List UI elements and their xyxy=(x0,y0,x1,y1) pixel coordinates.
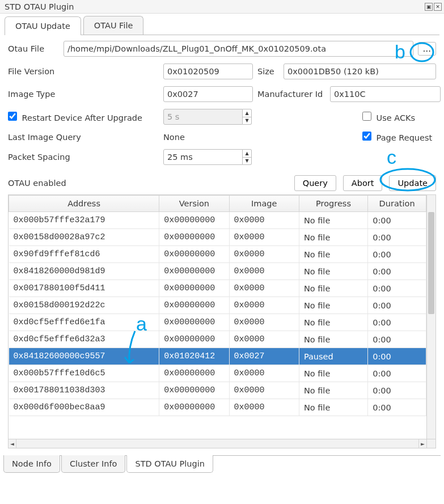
use-acks-wrap: Use ACKs xyxy=(362,112,436,122)
file-version-input[interactable] xyxy=(163,63,253,79)
table-row[interactable]: 0x000b57fffe10d6c50x000000000x0000No fil… xyxy=(9,365,426,382)
table-row[interactable]: 0x00158d00028a97c20x000000000x0000No fil… xyxy=(9,229,426,246)
devices-table[interactable]: Address Version Image Progress Duration … xyxy=(9,195,426,416)
scroll-right-icon[interactable]: ► xyxy=(418,439,426,448)
cell-version: 0x00000000 xyxy=(159,314,229,331)
col-address[interactable]: Address xyxy=(9,196,159,212)
cell-progress: Paused xyxy=(299,348,367,365)
restart-label-wrap: Restart Device After Upgrade xyxy=(8,112,159,122)
scroll-corner xyxy=(426,439,435,448)
table-row[interactable]: 0x84182600000c95570x010204120x0027Paused… xyxy=(9,348,426,365)
abort-button[interactable]: Abort xyxy=(343,175,383,191)
manufacturer-id-label: Manufacturer Id xyxy=(257,90,325,99)
cell-address: 0x000b57fffe10d6c5 xyxy=(9,365,159,382)
scroll-left-icon[interactable]: ◄ xyxy=(9,439,16,448)
cell-version: 0x00000000 xyxy=(159,382,229,399)
cell-duration: 0:00 xyxy=(368,399,426,416)
cell-address: 0xd0cf5efffed6e1fa xyxy=(9,314,159,331)
size-label: Size xyxy=(257,67,279,76)
packet-spacing-input[interactable] xyxy=(163,149,243,165)
table-row[interactable]: 0x000b57fffe32a1790x000000000x0000No fil… xyxy=(9,212,426,229)
btab-std-otau-plugin[interactable]: STD OTAU Plugin xyxy=(126,455,213,473)
use-acks-label: Use ACKs xyxy=(377,113,416,122)
window-titlebar: STD OTAU Plugin ▣ ✕ xyxy=(0,0,444,14)
table-row[interactable]: 0xd0cf5efffe6d32a30x000000000x0000No fil… xyxy=(9,331,426,348)
page-request-label: Page Request xyxy=(377,133,433,142)
file-version-label: File Version xyxy=(8,67,159,76)
cell-progress: No file xyxy=(299,246,367,263)
table-row[interactable]: 0x90fd9fffef81cd60x000000000x0000No file… xyxy=(9,246,426,263)
cell-address: 0xd0cf5efffe6d32a3 xyxy=(9,331,159,348)
otau-file-label: Otau File xyxy=(8,44,59,53)
otau-enabled-label: OTAU enabled xyxy=(8,179,66,188)
table-row[interactable]: 0x0017880100f5d4110x000000000x0000No fil… xyxy=(9,280,426,297)
col-duration[interactable]: Duration xyxy=(368,196,426,212)
col-version[interactable]: Version xyxy=(159,196,229,212)
cell-version: 0x00000000 xyxy=(159,331,229,348)
page-request-wrap: Page Request xyxy=(362,132,436,142)
update-button[interactable]: Update xyxy=(389,175,436,191)
tabs-top: OTAU Update OTAU File xyxy=(5,16,439,35)
cell-address: 0x00158d000192d22c xyxy=(9,297,159,314)
cell-duration: 0:00 xyxy=(368,229,426,246)
cell-version: 0x00000000 xyxy=(159,263,229,280)
cell-address: 0x84182600000c9557 xyxy=(9,348,159,365)
cell-address: 0x000b57fffe32a179 xyxy=(9,212,159,229)
cell-address: 0x8418260000d981d9 xyxy=(9,263,159,280)
cell-duration: 0:00 xyxy=(368,297,426,314)
otau-file-input[interactable] xyxy=(64,41,413,57)
cell-version: 0x01020412 xyxy=(159,348,229,365)
cell-duration: 0:00 xyxy=(368,348,426,365)
cell-version: 0x00000000 xyxy=(159,297,229,314)
table-row[interactable]: 0x001788011038d3030x000000000x0000No fil… xyxy=(9,382,426,399)
restart-delay-spinner[interactable]: ▲▼ xyxy=(243,109,252,125)
cell-version: 0x00000000 xyxy=(159,399,229,416)
image-type-label: Image Type xyxy=(8,90,159,99)
cell-image: 0x0000 xyxy=(229,331,299,348)
table-row[interactable]: 0xd0cf5efffed6e1fa0x000000000x0000No fil… xyxy=(9,314,426,331)
cell-address: 0x00158d00028a97c2 xyxy=(9,229,159,246)
cell-image: 0x0000 xyxy=(229,382,299,399)
btab-cluster-info[interactable]: Cluster Info xyxy=(61,455,126,473)
cell-image: 0x0000 xyxy=(229,212,299,229)
btab-node-info[interactable]: Node Info xyxy=(3,455,60,473)
cell-image: 0x0000 xyxy=(229,246,299,263)
query-button[interactable]: Query xyxy=(294,175,336,191)
cell-image: 0x0000 xyxy=(229,365,299,382)
cell-progress: No file xyxy=(299,331,367,348)
cell-progress: No file xyxy=(299,229,367,246)
cell-duration: 0:00 xyxy=(368,212,426,229)
cell-progress: No file xyxy=(299,263,367,280)
packet-spacing-spinner[interactable]: ▲▼ xyxy=(243,149,252,165)
browse-button[interactable]: … xyxy=(418,42,437,56)
tabs-bottom: Node Info Cluster Info STD OTAU Plugin xyxy=(3,455,441,473)
cell-image: 0x0000 xyxy=(229,399,299,416)
restart-delay-input xyxy=(163,109,243,125)
horizontal-scrollbar[interactable]: ◄ ► xyxy=(9,439,426,448)
table-row[interactable]: 0x00158d000192d22c0x000000000x0000No fil… xyxy=(9,297,426,314)
tab-otau-update[interactable]: OTAU Update xyxy=(5,16,81,35)
col-progress[interactable]: Progress xyxy=(299,196,367,212)
table-row[interactable]: 0x000d6f000bec8aa90x000000000x0000No fil… xyxy=(9,399,426,416)
cell-duration: 0:00 xyxy=(368,365,426,382)
vertical-scrollbar[interactable] xyxy=(426,195,435,439)
cell-version: 0x00000000 xyxy=(159,246,229,263)
cell-version: 0x00000000 xyxy=(159,280,229,297)
window-close-icon[interactable]: ✕ xyxy=(434,3,442,11)
manufacturer-id-input[interactable] xyxy=(330,86,441,102)
cell-duration: 0:00 xyxy=(368,263,426,280)
page-request-checkbox[interactable] xyxy=(362,132,371,141)
use-acks-checkbox[interactable] xyxy=(362,112,371,121)
cell-image: 0x0000 xyxy=(229,263,299,280)
cell-image: 0x0000 xyxy=(229,297,299,314)
tab-otau-file[interactable]: OTAU File xyxy=(83,16,144,35)
restart-label: Restart Device After Upgrade xyxy=(22,113,142,122)
image-type-input[interactable] xyxy=(163,86,253,102)
restart-checkbox[interactable] xyxy=(8,112,17,121)
cell-image: 0x0000 xyxy=(229,229,299,246)
window-restore-icon[interactable]: ▣ xyxy=(425,3,433,11)
cell-version: 0x00000000 xyxy=(159,229,229,246)
table-row[interactable]: 0x8418260000d981d90x000000000x0000No fil… xyxy=(9,263,426,280)
col-image[interactable]: Image xyxy=(229,196,299,212)
size-input[interactable] xyxy=(284,63,436,79)
